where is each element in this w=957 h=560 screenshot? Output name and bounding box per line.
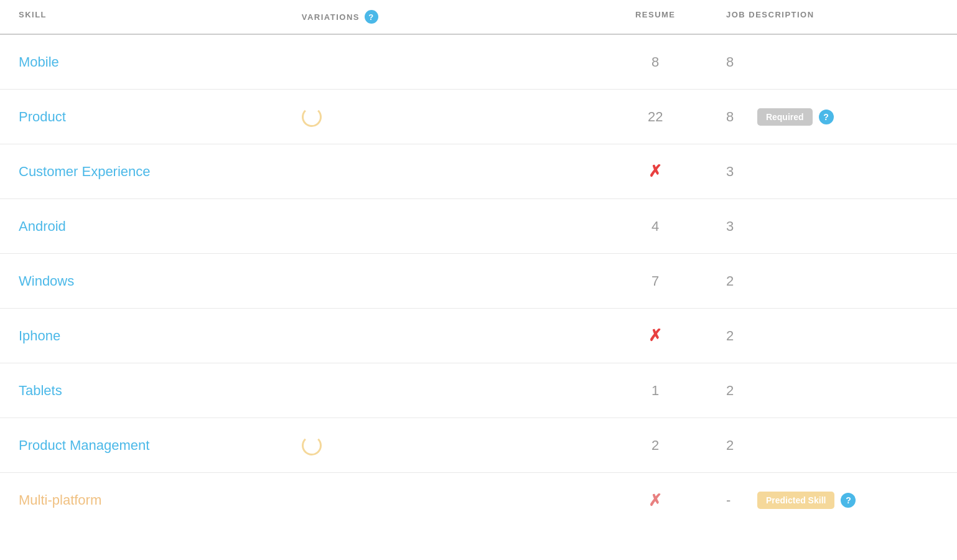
required-help-icon[interactable]: ? [819,110,834,124]
job-desc-number: - [726,492,751,508]
resume-customer-experience: ✗ [585,162,726,181]
table-row: Product Management22 [0,418,957,473]
resume-iphone: ✗ [585,326,726,345]
job-desc-product-management: 2 [726,437,938,454]
header-resume: RESUME [585,10,726,24]
skill-name-tablets[interactable]: Tablets [19,383,302,399]
job-desc-product: 8Required? [726,108,938,126]
table-row: Windows72 [0,254,957,309]
table-row: Mobile88 [0,35,957,90]
skills-table: SKILL VARIATIONS ? RESUME JOB DESCRIPTIO… [0,0,957,528]
table-row: Tablets12 [0,363,957,418]
skill-name-android[interactable]: Android [19,218,302,235]
resume-product: 22 [585,109,726,125]
skill-name-mobile[interactable]: Mobile [19,54,302,70]
header-job-description: JOB DESCRIPTION [726,10,938,24]
job-desc-number: 3 [726,164,751,180]
predicted-skill-badge: Predicted Skill [757,492,834,509]
job-desc-number: 3 [726,218,751,235]
red-x-icon: ✗ [648,162,662,181]
predicted-help-icon[interactable]: ? [841,493,856,508]
job-desc-multi-platform: -Predicted Skill? [726,492,938,509]
job-desc-number: 2 [726,383,751,399]
skill-name-iphone[interactable]: Iphone [19,328,302,344]
resume-multi-platform: ✗ [585,491,726,510]
job-desc-iphone: 2 [726,328,938,344]
header-skill: SKILL [19,10,302,24]
table-row: Product228Required? [0,90,957,144]
variations-product [302,107,585,127]
variations-product-management [302,436,585,455]
table-header: SKILL VARIATIONS ? RESUME JOB DESCRIPTIO… [0,0,957,35]
job-desc-number: 2 [726,328,751,344]
job-desc-windows: 2 [726,273,938,289]
table-row: Customer Experience✗3 [0,144,957,199]
loading-circle-icon [302,436,322,455]
skill-name-product-management[interactable]: Product Management [19,437,302,454]
job-desc-number: 8 [726,54,751,70]
resume-product-management: 2 [585,437,726,454]
job-desc-number: 2 [726,273,751,289]
job-desc-mobile: 8 [726,54,938,70]
resume-tablets: 1 [585,383,726,399]
job-desc-customer-experience: 3 [726,164,938,180]
pink-x-icon: ✗ [648,491,662,510]
table-body: Mobile88Product228Required?Customer Expe… [0,35,957,528]
skill-name-product[interactable]: Product [19,109,302,125]
header-variations: VARIATIONS ? [302,10,585,24]
resume-windows: 7 [585,273,726,289]
required-badge: Required [757,108,813,126]
skill-name-multi-platform[interactable]: Multi-platform [19,492,302,508]
job-desc-number: 8 [726,109,751,125]
red-x-icon: ✗ [648,326,662,345]
skill-name-windows[interactable]: Windows [19,273,302,289]
resume-android: 4 [585,218,726,235]
skill-name-customer-experience[interactable]: Customer Experience [19,164,302,180]
resume-mobile: 8 [585,54,726,70]
job-desc-android: 3 [726,218,938,235]
variations-help-icon[interactable]: ? [365,10,378,24]
table-row: Iphone✗2 [0,309,957,363]
job-desc-tablets: 2 [726,383,938,399]
job-desc-number: 2 [726,437,751,454]
table-row: Multi-platform✗-Predicted Skill? [0,473,957,528]
loading-circle-icon [302,107,322,127]
table-row: Android43 [0,199,957,254]
